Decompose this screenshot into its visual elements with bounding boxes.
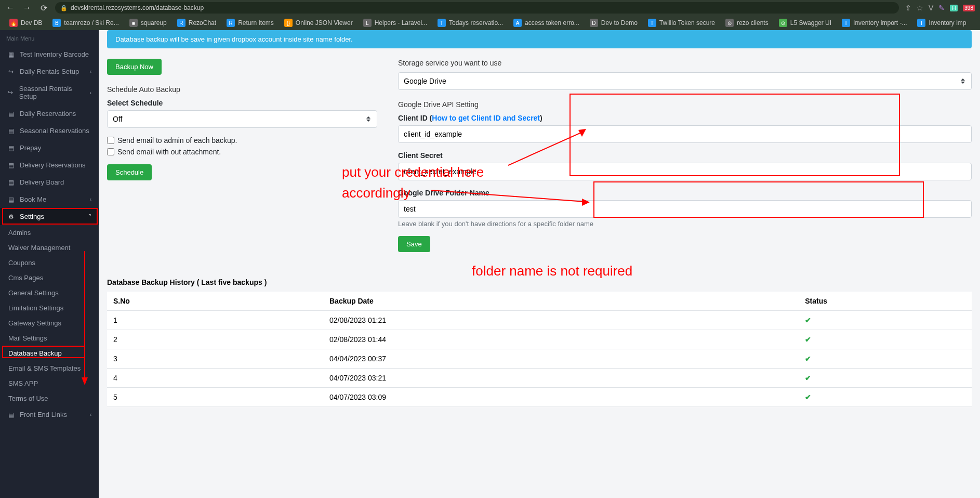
sidebar-item-seasonal-rentals[interactable]: ↪Seasonal Rentals Setup‹ — [0, 80, 99, 105]
api-section-title: Google Drive API Setting — [398, 100, 972, 109]
save-button[interactable]: Save — [398, 236, 430, 252]
bookmark-item[interactable]: RRezoChat — [173, 18, 220, 28]
client-secret-input[interactable] — [398, 163, 972, 180]
book-icon: ▤ — [7, 110, 15, 117]
share-icon: ↪ — [7, 89, 14, 96]
sidebar-sub-general[interactable]: General Settings — [0, 285, 99, 300]
sidebar-sub-mail[interactable]: Mail Settings — [0, 331, 99, 346]
bookmark-item[interactable]: 🔥Dev DB — [5, 18, 46, 28]
schedule-select[interactable]: Off — [107, 110, 377, 128]
annotation-text-folder: folder name is not required — [472, 263, 632, 279]
chevron-left-icon: ‹ — [90, 69, 91, 74]
th-date: Backup Date — [323, 292, 799, 311]
badge-icon[interactable]: 398 — [963, 5, 975, 11]
ext-icon[interactable]: ✎ — [938, 4, 945, 12]
bookmark-item[interactable]: ⊙rezo clients — [721, 18, 773, 28]
sidebar-sub-gateway[interactable]: Gateway Settings — [0, 316, 99, 331]
star-icon[interactable]: ☆ — [917, 4, 923, 12]
bookmark-item[interactable]: ⊙L5 Swagger UI — [775, 18, 836, 28]
sidebar-sub-sms-app[interactable]: SMS APP — [0, 376, 99, 391]
table-row: 304/04/2023 00:37✔ — [107, 349, 972, 369]
check-icon: ✔ — [805, 374, 811, 382]
sidebar-sub-terms[interactable]: Terms of Use — [0, 391, 99, 406]
share-icon[interactable]: ⇪ — [905, 4, 911, 12]
alert-banner: Database backup will be save in given dr… — [107, 30, 972, 48]
sidebar-sub-limitation[interactable]: Limitation Settings — [0, 300, 99, 316]
sidebar-sub-cms[interactable]: Cms Pages — [0, 270, 99, 285]
sidebar-item-settings[interactable]: ⚙Settings˅ — [0, 208, 99, 225]
folder-name-input[interactable] — [398, 200, 972, 218]
sidebar-item-seasonal-reservations[interactable]: ▤Seasonal Reservations — [0, 122, 99, 139]
v-icon[interactable]: V — [929, 4, 933, 12]
browser-chrome: ← → ⟳ 🔒 devskirental.rezosystems.com/dat… — [0, 0, 980, 16]
bookmark-item[interactable]: TTwillio Token secure — [644, 18, 719, 28]
client-secret-label: Client Secret — [398, 151, 972, 160]
url-text: devskirental.rezosystems.com/database-ba… — [71, 4, 204, 11]
table-row: 504/07/2023 03:09✔ — [107, 388, 972, 407]
sidebar: Main Menu ▦Test Inventory Barcode ↪Daily… — [0, 30, 99, 498]
chevron-left-icon: ‹ — [90, 196, 91, 202]
ext2-icon[interactable]: FI — [950, 5, 958, 11]
table-row: 102/08/2023 01:21✔ — [107, 311, 972, 330]
backup-now-button[interactable]: Backup Now — [107, 59, 162, 75]
sidebar-sub-database-backup[interactable]: Database Backup — [0, 346, 99, 361]
client-id-help-link[interactable]: How to get Client ID and Secret — [432, 114, 540, 122]
sidebar-item-test-inventory[interactable]: ▦Test Inventory Barcode — [0, 46, 99, 63]
back-button[interactable]: ← — [5, 3, 16, 12]
chevron-left-icon: ‹ — [90, 90, 91, 96]
sidebar-item-book-me[interactable]: ▤Book Me‹ — [0, 191, 99, 208]
sidebar-item-prepay[interactable]: ▤Prepay — [0, 139, 99, 156]
th-status: Status — [799, 292, 972, 311]
chevron-down-icon: ˅ — [89, 214, 91, 219]
bookmark-item[interactable]: IInventory imp — [913, 18, 970, 28]
bookmark-item[interactable]: ■squareup — [125, 18, 171, 28]
client-id-label: Client ID (How to get Client ID and Secr… — [398, 114, 972, 122]
bookmark-item[interactable]: IInventory import -... — [838, 18, 911, 28]
url-bar[interactable]: 🔒 devskirental.rezosystems.com/database-… — [55, 2, 899, 14]
forward-button[interactable]: → — [22, 3, 32, 12]
folder-name-label: Google Drive Folder Name — [398, 189, 972, 197]
select-schedule-label: Select Schedule — [107, 99, 377, 107]
backup-history-table: S.No Backup Date Status 102/08/2023 01:2… — [107, 292, 972, 407]
sidebar-item-daily-reservations[interactable]: ▤Daily Reservations — [0, 105, 99, 122]
schedule-button[interactable]: Schedule — [107, 164, 152, 180]
book-icon: ▤ — [7, 162, 15, 169]
checkbox-input[interactable] — [107, 148, 114, 155]
sidebar-sub-admins[interactable]: Admins — [0, 225, 99, 240]
sidebar-sub-email-sms-templates[interactable]: Email & SMS Templates — [0, 361, 99, 376]
sidebar-item-delivery-reservations[interactable]: ▤Delivery Reservations — [0, 156, 99, 174]
client-id-input[interactable] — [398, 125, 972, 143]
sidebar-sub-waiver[interactable]: Waiver Management — [0, 240, 99, 255]
cogs-icon: ⚙ — [7, 213, 15, 220]
table-row: 404/07/2023 03:21✔ — [107, 369, 972, 388]
lock-icon: 🔒 — [60, 5, 68, 11]
barcode-icon: ▦ — [7, 51, 15, 58]
sidebar-sub-coupons[interactable]: Coupons — [0, 255, 99, 270]
checkbox-input[interactable] — [107, 137, 114, 144]
bookmark-item[interactable]: {}Online JSON Viewer — [280, 18, 357, 28]
bookmark-item[interactable]: DDev to Demo — [586, 18, 642, 28]
bookmarks-bar: 🔥Dev DB Bteamrezo / Ski Re... ■squareup … — [0, 16, 980, 30]
chrome-right-icons: ⇪ ☆ V ✎ FI 398 — [905, 4, 975, 12]
sidebar-item-delivery-board[interactable]: ▤Delivery Board — [0, 174, 99, 191]
table-row: 202/08/2023 01:44✔ — [107, 330, 972, 349]
checkbox-email-admin[interactable]: Send email to admin of each backup. — [107, 136, 377, 145]
check-icon: ✔ — [805, 316, 811, 324]
sidebar-item-daily-rentals[interactable]: ↪Daily Rentals Setup‹ — [0, 63, 99, 80]
storage-select[interactable]: Google Drive — [398, 72, 972, 90]
book-icon: ▤ — [7, 196, 15, 203]
bookmark-item[interactable]: LHelpers - Laravel... — [359, 18, 431, 28]
bookmark-item[interactable]: RReturn Items — [222, 18, 278, 28]
check-icon: ✔ — [805, 335, 811, 344]
storage-label: Storage service you want to use — [398, 59, 972, 67]
book-icon: ▤ — [7, 127, 15, 135]
bookmark-item[interactable]: Aaccess token erro... — [509, 18, 584, 28]
checkbox-email-noattach[interactable]: Send email with out attachment. — [107, 148, 377, 156]
reload-button[interactable]: ⟳ — [38, 3, 49, 13]
sidebar-section-label: Main Menu — [0, 30, 99, 46]
bookmark-item[interactable]: TTodays reservatio... — [433, 18, 507, 28]
sidebar-item-front-end-links[interactable]: ▤Front End Links‹ — [0, 406, 99, 423]
check-icon: ✔ — [805, 393, 811, 401]
schedule-section-title: Schedule Auto Backup — [107, 85, 377, 94]
bookmark-item[interactable]: Bteamrezo / Ski Re... — [48, 18, 123, 28]
